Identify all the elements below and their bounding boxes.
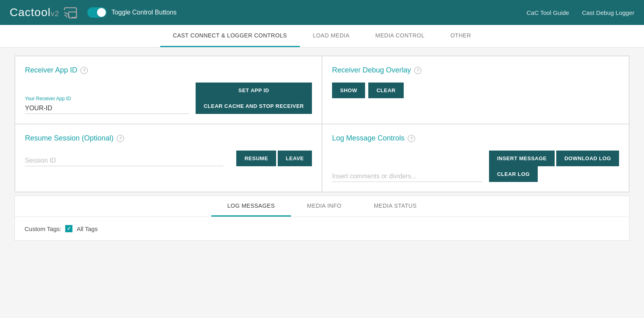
receiver-app-title-text: Receiver App ID: [25, 66, 77, 74]
tab-other[interactable]: OTHER: [438, 25, 484, 47]
tab-cast-connect[interactable]: CAST CONNECT & LOGGER CONTROLS: [160, 25, 300, 47]
log-controls-title: Log Message Controls ?: [332, 134, 619, 142]
log-controls-help-icon[interactable]: ?: [408, 135, 415, 142]
session-input-wrapper: [25, 155, 223, 166]
main-content: Receiver App ID ? Your Receiver App ID S…: [8, 47, 636, 249]
resume-session-title-text: Resume Session (Optional): [25, 134, 114, 142]
bottom-tab-media-status[interactable]: MEDIA STATUS: [358, 196, 433, 217]
bottom-tab-log-messages[interactable]: LOG MESSAGES: [211, 196, 291, 217]
toggle-area[interactable]: Toggle Control Buttons: [87, 7, 177, 18]
toggle-switch[interactable]: [87, 7, 107, 18]
bottom-tab-media-info[interactable]: MEDIA INFO: [291, 196, 358, 217]
panel-grid: Receiver App ID ? Your Receiver App ID S…: [14, 56, 630, 192]
bottom-section: LOG MESSAGES MEDIA INFO MEDIA STATUS Cus…: [14, 196, 630, 241]
clear-log-button[interactable]: CLEAR LOG: [489, 166, 538, 182]
header-nav: CaC Tool Guide Cast Debug Logger: [526, 9, 634, 16]
log-input-wrapper: [332, 171, 483, 182]
receiver-app-help-icon[interactable]: ?: [80, 67, 88, 74]
receiver-buttons: SET APP ID CLEAR CACHE AND STOP RECEIVER: [196, 83, 312, 114]
session-buttons: RESUME LEAVE: [236, 151, 312, 166]
debug-overlay-help-icon[interactable]: ?: [414, 67, 421, 74]
log-controls-panel: Log Message Controls ? INSERT MESSAGE DO…: [322, 124, 629, 192]
resume-session-title: Resume Session (Optional) ?: [25, 134, 312, 142]
debug-overlay-panel: Receiver Debug Overlay ? SHOW CLEAR: [322, 56, 629, 124]
show-overlay-button[interactable]: SHOW: [332, 83, 365, 98]
tab-media-control[interactable]: MEDIA CONTROL: [363, 25, 438, 47]
tab-load-media[interactable]: LOAD MEDIA: [300, 25, 362, 47]
nav-cast-debug[interactable]: Cast Debug Logger: [582, 9, 634, 16]
toggle-thumb: [97, 8, 106, 17]
insert-message-button[interactable]: INSERT MESSAGE: [489, 151, 555, 166]
toggle-label: Toggle Control Buttons: [111, 9, 177, 16]
logo-area: Cactoolv2: [10, 5, 78, 20]
session-panel-content: RESUME LEAVE: [25, 151, 312, 166]
resume-session-panel: Resume Session (Optional) ? RESUME LEAVE: [15, 124, 322, 192]
clear-cache-button[interactable]: CLEAR CACHE AND STOP RECEIVER: [196, 98, 312, 114]
app-header: Cactoolv2 Toggle Control Buttons CaC Too…: [0, 0, 644, 25]
logo-version: v2: [51, 10, 59, 18]
session-id-input[interactable]: [25, 155, 223, 166]
set-app-id-button[interactable]: SET APP ID: [196, 83, 312, 98]
logo-name: Cactool: [10, 6, 51, 19]
custom-tags-row: Custom Tags: All Tags: [15, 217, 629, 240]
download-log-button[interactable]: DOWNLOAD LOG: [556, 151, 619, 166]
receiver-app-panel: Receiver App ID ? Your Receiver App ID S…: [15, 56, 322, 124]
log-buttons: INSERT MESSAGE DOWNLOAD LOG CLEAR LOG: [489, 151, 619, 182]
clear-overlay-button[interactable]: CLEAR: [368, 83, 403, 98]
receiver-input-wrapper: Your Receiver App ID: [25, 96, 189, 114]
cast-icon: [63, 5, 78, 20]
log-panel-content: INSERT MESSAGE DOWNLOAD LOG CLEAR LOG: [332, 151, 619, 182]
debug-overlay-title-text: Receiver Debug Overlay: [332, 66, 411, 74]
receiver-input-label: Your Receiver App ID: [25, 96, 189, 101]
main-tabs: CAST CONNECT & LOGGER CONTROLS LOAD MEDI…: [0, 25, 644, 47]
debug-buttons: SHOW CLEAR: [332, 83, 619, 98]
log-comments-input[interactable]: [332, 171, 483, 182]
log-buttons-row1: INSERT MESSAGE DOWNLOAD LOG: [489, 151, 619, 166]
resume-button[interactable]: RESUME: [236, 151, 276, 166]
log-controls-title-text: Log Message Controls: [332, 134, 405, 142]
all-tags-label: All Tags: [76, 225, 97, 232]
leave-button[interactable]: LEAVE: [278, 151, 312, 166]
debug-overlay-title: Receiver Debug Overlay ?: [332, 66, 619, 74]
receiver-app-title: Receiver App ID ?: [25, 66, 312, 74]
custom-tags-label: Custom Tags:: [25, 225, 61, 232]
all-tags-checkbox[interactable]: [65, 225, 72, 232]
receiver-panel-content: Your Receiver App ID SET APP ID CLEAR CA…: [25, 83, 312, 114]
logo-text: Cactoolv2: [10, 6, 59, 19]
nav-cac-guide[interactable]: CaC Tool Guide: [526, 9, 569, 16]
receiver-app-id-input[interactable]: [25, 103, 189, 114]
bottom-tabs: LOG MESSAGES MEDIA INFO MEDIA STATUS: [15, 196, 629, 217]
resume-session-help-icon[interactable]: ?: [117, 135, 124, 142]
